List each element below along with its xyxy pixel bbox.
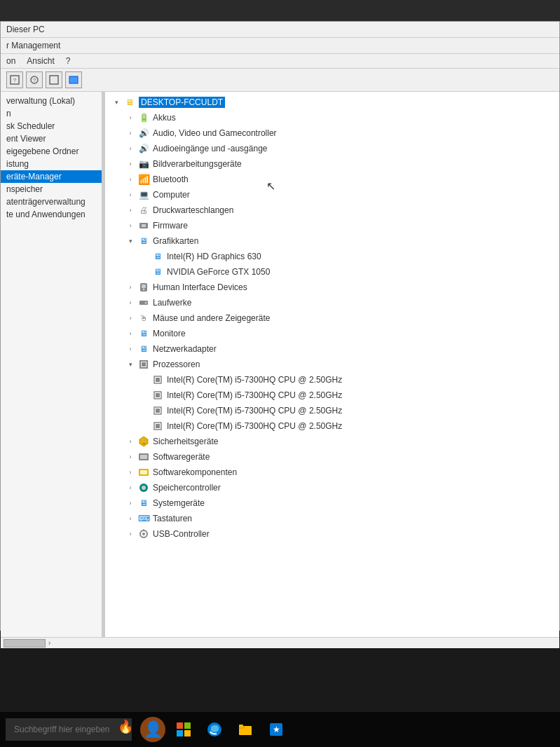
tree-item-hid[interactable]: › Human Interface Devices	[105, 280, 559, 295]
computer-sm-icon: 💻	[137, 189, 150, 201]
tree-item-softwaregeraete[interactable]: › Softwaregeräte	[105, 449, 559, 465]
software-comp-icon	[137, 466, 150, 479]
sidebar: verwaltung (Lokal) n sk Scheduler ent Vi…	[1, 92, 102, 637]
expand-laufwerke: ›	[125, 297, 136, 308]
tree-item-audio-video[interactable]: › 🔊 Audio, Video und Gamecontroller	[105, 125, 559, 141]
tree-item-firmware[interactable]: › Firmware	[105, 218, 559, 233]
svg-text:🔒: 🔒	[141, 439, 147, 445]
tree-item-laufwerke[interactable]: › Laufwerke	[105, 295, 559, 310]
cpu4-label: Intel(R) Core(TM) i5-7300HQ CPU @ 2.50GH…	[167, 421, 342, 431]
scrollbar-area: ›	[1, 637, 559, 648]
usb-icon	[137, 528, 150, 540]
sidebar-item-anwendungen[interactable]: te und Anwendungen	[1, 208, 102, 221]
storage-icon	[137, 481, 150, 494]
horizontal-scrollbar[interactable]	[4, 639, 46, 647]
expand-audio: ›	[125, 128, 136, 139]
sidebar-item-speicher[interactable]: nspeicher	[1, 183, 102, 196]
taskbar-search[interactable]	[6, 718, 132, 741]
network-icon: 🖥	[137, 343, 150, 355]
window-title: Dieser PC	[6, 25, 45, 34]
tree-item-usb[interactable]: › USB-Controller	[105, 526, 559, 542]
tree-item-maeuse[interactable]: › 🖱 Mäuse und andere Zeigegeräte	[105, 310, 559, 326]
system-icon: 🖥	[137, 497, 150, 509]
toolbar: ? ?	[1, 69, 559, 92]
display-icon-1: 🖥	[151, 250, 164, 263]
toolbar-btn-4[interactable]	[65, 71, 82, 88]
subtitle-bar: r Management	[1, 38, 559, 54]
tree-item-monitore[interactable]: › 🖥 Monitore	[105, 326, 559, 341]
sidebar-item-datenverwaltung[interactable]: atenträgerverwaltung	[1, 196, 102, 208]
tree-item-nvidia[interactable]: 🖥 NVIDIA GeForce GTX 1050	[105, 264, 559, 280]
sidebar-item-geraete[interactable]: eräte-Manager	[1, 170, 102, 183]
svg-rect-34	[177, 722, 183, 729]
menu-item-help[interactable]: ?	[66, 56, 71, 66]
bottom-overlay	[0, 656, 560, 712]
expand-system: ›	[125, 498, 136, 509]
bluetooth-label: Bluetooth	[153, 174, 189, 184]
taskbar-avatar[interactable]: 👤	[140, 717, 165, 742]
tree-item-softwarekomp[interactable]: › Softwarekomponenten	[105, 465, 559, 480]
tree-item-prozessoren[interactable]: ▾ Prozessoren	[105, 357, 559, 372]
tree-item-grafikkarten[interactable]: ▾ 🖥 Grafikkarten	[105, 233, 559, 249]
expand-monitore: ›	[125, 328, 136, 339]
taskbar-explorer-icon[interactable]	[233, 717, 258, 742]
toolbar-btn-3[interactable]	[46, 71, 62, 88]
taskbar-edge-icon[interactable]	[202, 717, 227, 742]
expand-netzwerk: ›	[125, 343, 136, 355]
expand-audioeingaenge: ›	[125, 143, 136, 154]
tree-item-akkus[interactable]: › 🔋 Akkus	[105, 110, 559, 125]
tree-item-systemgeraete[interactable]: › 🖥 Systemgeräte	[105, 495, 559, 511]
sidebar-item-ordner[interactable]: eigegebene Ordner	[1, 145, 102, 158]
grafikkarten-icon: 🖥	[137, 235, 150, 247]
tree-item-speicher[interactable]: › Speichercontroller	[105, 480, 559, 495]
expand-cpu4	[139, 420, 150, 432]
tree-root[interactable]: ▾ 🖥 DESKTOP-FCCULDT	[105, 95, 559, 110]
menu-item-on[interactable]: on	[6, 56, 15, 66]
tree-item-cpu1[interactable]: Intel(R) Core(TM) i5-7300HQ CPU @ 2.50GH…	[105, 372, 559, 388]
sidebar-item-verwaltung[interactable]: verwaltung (Lokal)	[1, 95, 102, 107]
top-overlay	[0, 0, 560, 21]
expand-root: ▾	[111, 97, 122, 108]
tree-item-computer[interactable]: › 💻 Computer	[105, 187, 559, 203]
expand-speicher-ctrl: ›	[125, 482, 136, 493]
scroll-arrow[interactable]: ›	[48, 639, 50, 647]
sidebar-item-n[interactable]: n	[1, 107, 102, 120]
svg-rect-4	[50, 76, 58, 84]
display-icon-2: 🖥	[151, 266, 164, 278]
cpu-sm-icon-2	[151, 389, 164, 402]
prozessoren-label: Prozessoren	[153, 359, 200, 369]
expand-cpu1	[139, 374, 150, 385]
computer-label: Computer	[153, 190, 190, 200]
svg-rect-41	[239, 725, 243, 727]
taskbar-store-icon[interactable]: ★	[264, 717, 289, 742]
svg-rect-37	[184, 730, 191, 736]
bildverarbeitung-label: Bildverarbeitungsgeräte	[153, 159, 242, 169]
tree-item-druck[interactable]: › 🖨 Druckwarteschlangen	[105, 203, 559, 218]
svg-text:?: ?	[13, 77, 17, 83]
svg-rect-16	[156, 378, 160, 382]
tree-item-bildverarbeitung[interactable]: › 📷 Bildverarbeitungsgeräte	[105, 156, 559, 172]
audio-video-label: Audio, Video und Gamecontroller	[153, 128, 277, 138]
cpu-sm-icon-3	[151, 404, 164, 417]
svg-rect-22	[156, 424, 160, 428]
sidebar-item-scheduler[interactable]: sk Scheduler	[1, 120, 102, 132]
tree-item-tastaturen[interactable]: › ⌨ Tastaturen	[105, 511, 559, 526]
printer-icon: 🖨	[137, 204, 150, 217]
tree-item-cpu2[interactable]: Intel(R) Core(TM) i5-7300HQ CPU @ 2.50GH…	[105, 388, 559, 403]
toolbar-btn-1[interactable]: ?	[6, 71, 23, 88]
tree-item-intel-hd[interactable]: 🖥 Intel(R) HD Graphics 630	[105, 249, 559, 264]
tree-item-cpu3[interactable]: Intel(R) Core(TM) i5-7300HQ CPU @ 2.50GH…	[105, 403, 559, 418]
intel-hd-label: Intel(R) HD Graphics 630	[167, 252, 261, 261]
sidebar-item-istung[interactable]: istung	[1, 158, 102, 170]
toolbar-btn-2[interactable]: ?	[26, 71, 43, 88]
svg-rect-5	[69, 76, 78, 83]
tree-item-audioeingaenge[interactable]: › 🔊 Audioeingänge und -ausgänge	[105, 141, 559, 156]
menu-item-ansicht[interactable]: Ansicht	[27, 56, 54, 66]
sidebar-item-viewer[interactable]: ent Viewer	[1, 132, 102, 145]
main-content: verwaltung (Lokal) n sk Scheduler ent Vi…	[1, 92, 559, 637]
tree-item-cpu4[interactable]: Intel(R) Core(TM) i5-7300HQ CPU @ 2.50GH…	[105, 418, 559, 434]
tree-item-netzwerk[interactable]: › 🖥 Netzwerkadapter	[105, 341, 559, 357]
tree-item-sicherheit[interactable]: › 🔒 Sicherheitsgeräte	[105, 434, 559, 449]
tree-item-bluetooth[interactable]: › 📶 Bluetooth	[105, 172, 559, 187]
taskbar-windows-icon[interactable]	[171, 717, 196, 742]
